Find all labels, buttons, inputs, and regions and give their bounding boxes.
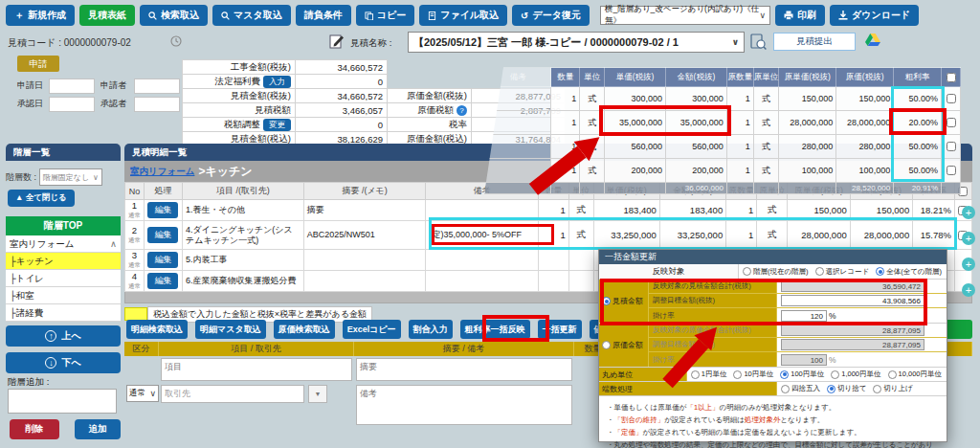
hierarchy-top-button[interactable]: 階層TOP (6, 216, 121, 235)
contract-terms-button[interactable]: 請負条件 (296, 5, 351, 26)
hierarchy-count-select[interactable]: 階層固定なし∨ (39, 168, 102, 186)
preview-search-icon[interactable] (750, 34, 767, 52)
file-import-button[interactable]: ファイル取込 (419, 5, 507, 26)
memo-input[interactable] (356, 358, 572, 381)
vendor-select[interactable]: ▼ (308, 385, 327, 403)
delete-button[interactable]: 削除 (10, 419, 59, 439)
add-button[interactable]: 追加 (75, 419, 121, 439)
hierarchy-item-expenses[interactable]: ├諸経費 (6, 304, 121, 322)
round-method-label: 端数処理 (599, 382, 777, 395)
ov-row: 1式 300,000300,000 1式 150,000150,000 50.0… (485, 87, 961, 111)
target-option-all[interactable]: 全体(全ての階層) (876, 267, 942, 277)
detail-action-buttons: 明細検索取込 明細マスタ取込 原価検索取込 Excelコピー 割合入力 粗利率一… (126, 320, 642, 339)
item-input[interactable] (161, 358, 352, 381)
select-all-checkbox (947, 73, 956, 82)
round-unit-1[interactable]: 1円単位 (691, 370, 727, 379)
add-row-icon[interactable]: + (962, 206, 975, 219)
add-row-icon[interactable]: + (962, 258, 975, 271)
search-icon (221, 11, 230, 20)
excel-copy-button[interactable]: Excelコピー (343, 320, 401, 339)
vendor-input[interactable]: 取引先 (161, 385, 304, 403)
ov-col-margin: 粗利率 (894, 68, 942, 87)
kbn-select[interactable]: 通常∨ (126, 385, 159, 402)
estimate-amount-radio[interactable]: 見積金額 (599, 280, 649, 323)
add-row-icon[interactable]: + (962, 232, 975, 245)
breadcrumb-link-reform[interactable]: 室内リフォーム (130, 166, 194, 178)
hierarchy-item-toilet[interactable]: ├トイレ (6, 270, 121, 287)
ratio-input-button[interactable]: 割合入力 (409, 320, 453, 339)
hidden-green-button[interactable] (944, 320, 972, 339)
welfare-input-button[interactable]: 入力 (263, 76, 291, 88)
detail-master-import-button[interactable]: 明細マスタ取込 (195, 320, 266, 339)
edit-row-button[interactable]: 編集 (147, 273, 178, 289)
help-icon[interactable]: ? (457, 105, 467, 116)
edit-row-button[interactable]: 編集 (147, 202, 178, 218)
estimate-name-select[interactable]: 【2025/05/12】三宮 一郎 様-コピー / 0000000079-02 … (408, 32, 745, 53)
row-checkbox (947, 142, 956, 151)
tax-adjust-label: 税額調整変更 (183, 118, 296, 132)
round-unit-100[interactable]: 100円単位 (780, 370, 824, 379)
chevron-down-icon: ∨ (93, 173, 99, 182)
round-unit-10000[interactable]: 10,000円単位 (888, 370, 942, 379)
note-input[interactable] (356, 385, 572, 425)
edit-row-button[interactable]: 編集 (147, 227, 178, 243)
collapse-all-button[interactable]: ▲ 全て閉じる (8, 190, 75, 207)
ov-col-oprice: 原単価(税抜) (779, 68, 836, 87)
welfare-label: 法定福利費入力 (183, 75, 296, 89)
cost-amount-radio[interactable]: 原価金額 (599, 324, 649, 367)
download-icon (838, 11, 848, 20)
add-row-icon[interactable]: + (962, 283, 975, 297)
move-down-button[interactable]: ↓下へ (6, 352, 121, 373)
up-arrow-icon: ↑ (45, 330, 56, 342)
col-proc: 処理 (145, 183, 183, 200)
edit-pencil-icon[interactable] (329, 34, 345, 51)
hierarchy-panel: 階層一覧 階層数 : 階層固定なし∨ ▲ 全て閉じる 階層TOP 室内リフォーム… (6, 144, 121, 161)
down-arrow-icon: ↓ (45, 357, 56, 369)
hierarchy-item-washitsu[interactable]: ├和室 (6, 287, 121, 304)
target-label: 反映対象 (599, 264, 739, 279)
print-layout-select[interactable]: 横_階層あり_改ページあり(内訳あり)《仕無》∨ (600, 6, 770, 25)
est-goal-input[interactable]: 43,908,566 (781, 295, 924, 306)
round-method-ceil[interactable]: 切り上げ (873, 384, 912, 393)
radio-selected-icon (780, 370, 789, 379)
move-up-button[interactable]: ↑上へ (6, 325, 121, 347)
hierarchy-add-input[interactable] (8, 389, 117, 414)
target-option-selected[interactable]: 選択レコード (815, 267, 870, 277)
chevron-down-icon: ∨ (149, 389, 156, 398)
cost-tax-label: 原価税額? (388, 103, 472, 118)
radio-icon (602, 341, 611, 349)
hierarchy-root-item[interactable]: 室内リフォーム∧ (6, 235, 121, 253)
download-button[interactable]: ダウンロード (830, 5, 919, 26)
search-import-button[interactable]: 検索取込 (140, 5, 208, 26)
form-col-memo: 摘要 / 備考 (354, 342, 574, 356)
target-option-hierarchy[interactable]: 階層(現在の階層) (743, 267, 809, 277)
hierarchy-tree: 室内リフォーム∧ ├キッチン ├トイレ ├和室 ├諸経費 (6, 235, 121, 322)
round-method-half[interactable]: 四捨五入 (781, 384, 820, 393)
data-restore-button[interactable]: ↺データ復元 (512, 5, 590, 26)
round-unit-1000[interactable]: 1,000円単位 (831, 370, 880, 379)
history-clock-icon[interactable] (170, 35, 182, 49)
margin-batch-apply-button[interactable]: 粗利率一括反映 (460, 320, 530, 339)
table-row: 2通常 編集 4.ダイニングキッチン(システムキッチン一式) ABC2025/N… (125, 221, 972, 250)
form-col-kbn: 区分 (124, 342, 159, 356)
toolbar: ＋新規作成 見積表紙 検索取込 マスタ取込 請負条件 コピー ファイル取込 ↺デ… (6, 4, 919, 27)
detail-search-import-button[interactable]: 明細検索取込 (126, 320, 188, 339)
google-drive-icon[interactable] (865, 33, 880, 49)
estimate-submit-button[interactable]: 見積提出 (773, 33, 856, 51)
round-method-floor[interactable]: 切り捨て (827, 384, 866, 393)
estimate-cover-button[interactable]: 見積表紙 (79, 5, 135, 26)
hierarchy-item-kitchen[interactable]: ├キッチン (6, 253, 121, 270)
tax-adjust-change-button[interactable]: 変更 (263, 119, 291, 131)
print-button[interactable]: 印刷 (775, 5, 825, 26)
cost-search-import-button[interactable]: 原価検索取込 (274, 320, 335, 339)
copy-button[interactable]: コピー (356, 5, 414, 26)
new-estimate-button[interactable]: ＋新規作成 (6, 5, 75, 26)
est-rate-input[interactable]: 120 (781, 310, 827, 322)
edit-row-button[interactable]: 編集 (147, 252, 178, 268)
col-no: No (125, 183, 145, 200)
table-row: 1通常 編集 1.養生・その他 摘要 1 式 183,400 183,400 1… (125, 200, 972, 221)
radio-selected-icon (602, 297, 611, 305)
batch-update-button[interactable]: 一括更新 (538, 320, 582, 339)
master-import-button[interactable]: マスタ取込 (212, 5, 291, 26)
round-unit-10[interactable]: 10円単位 (733, 370, 773, 379)
